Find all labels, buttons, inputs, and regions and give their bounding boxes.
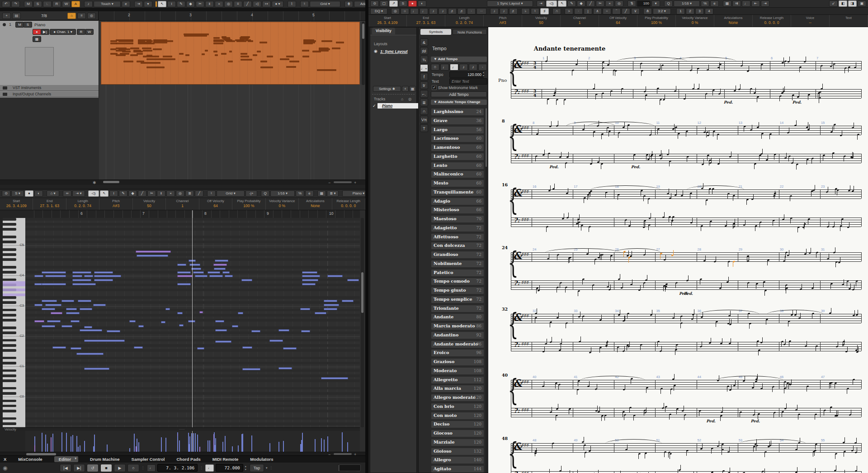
range-tool-editor[interactable]: I	[109, 190, 118, 197]
velocity-bar[interactable]	[188, 433, 189, 452]
velocity-bar[interactable]	[195, 433, 196, 452]
tempo-item-adagietto[interactable]: Adagietto72	[431, 224, 484, 232]
midi-note[interactable]	[94, 271, 113, 274]
tempo-item-marcia-moderato[interactable]: Marcia moderato86	[431, 322, 484, 330]
midi-note[interactable]	[76, 353, 104, 355]
velocity-bar[interactable]	[107, 445, 108, 452]
crossfade-icon[interactable]: ⌇	[288, 1, 296, 7]
curve-tool-editor[interactable]: ╱	[195, 190, 203, 197]
read-automation-button[interactable]: R	[52, 1, 61, 7]
autoscroll-options[interactable]: ▾	[144, 1, 152, 7]
tempo-item-con-moto[interactable]: Con moto120	[431, 412, 484, 420]
ornament-icon[interactable]: tr	[420, 81, 428, 89]
pressed-key[interactable]	[3, 289, 25, 291]
info-field-channel[interactable]: Channel1	[166, 198, 199, 210]
arrange-hscrollbar[interactable]: ✱ − +	[0, 180, 365, 185]
quantize-setup[interactable]: e	[305, 190, 314, 197]
velocity-bar[interactable]	[197, 435, 198, 452]
midi-note[interactable]	[42, 325, 55, 327]
display-quantize-button[interactable]: DQ ▾	[370, 8, 387, 14]
stop-button[interactable]: ■	[100, 464, 112, 472]
midi-note[interactable]	[269, 340, 283, 342]
select-tool-score[interactable]: ↖	[558, 0, 566, 7]
record-button[interactable]: ○	[127, 464, 139, 472]
tempo-dot-button[interactable]: ·	[478, 64, 487, 71]
tempo-item-eroico[interactable]: Eroico96	[431, 349, 484, 357]
info-field-velocity-variance[interactable]: Velocity Variance0 %	[676, 15, 714, 27]
layout-select[interactable]: 1 Sync Layout ▾	[487, 0, 533, 7]
velocity-bar[interactable]	[161, 437, 162, 452]
midi-note[interactable]	[84, 326, 92, 328]
midi-note[interactable]	[177, 275, 193, 277]
right-zone-score[interactable]: ◨	[848, 0, 857, 7]
midi-note[interactable]	[222, 271, 230, 274]
tempo-item-allegro[interactable]: Allegro140	[431, 456, 484, 464]
midi-note[interactable]	[177, 264, 186, 266]
velocity-bar[interactable]	[72, 439, 73, 452]
tempo-value-stepper[interactable]: ▴▾	[483, 71, 484, 77]
info-field-start[interactable]: Start26. 3. 4.109	[0, 198, 33, 210]
track-edit-button[interactable]: ▦	[33, 36, 41, 42]
white-key-c[interactable]: C4	[3, 274, 25, 276]
scroll-gear-icon[interactable]: ✱	[93, 180, 96, 185]
info-field-velocity[interactable]: Velocity50	[133, 198, 166, 210]
tempo-item-alla-marcia[interactable]: Alla marcia120	[431, 385, 484, 393]
velocity-bar[interactable]	[238, 445, 239, 452]
black-key[interactable]	[3, 387, 16, 390]
black-key[interactable]	[3, 228, 16, 231]
note-32nd-button[interactable]: ♬	[448, 8, 457, 14]
edit-channel-button[interactable]: e	[122, 1, 130, 7]
midi-note[interactable]	[321, 377, 348, 379]
track-visible-check[interactable]: ✓	[373, 104, 376, 108]
midi-note[interactable]	[302, 271, 317, 274]
tab-chord-pads[interactable]: Chord Pads	[176, 457, 200, 462]
range-selection-tool[interactable]: I	[167, 1, 176, 7]
midi-note[interactable]	[232, 325, 238, 327]
velocity-bar[interactable]	[242, 434, 243, 452]
note-half-button[interactable]: ♩	[410, 8, 419, 14]
down-bow-button[interactable]: ∨	[631, 8, 640, 14]
automation-panel-button[interactable]: A	[71, 1, 80, 7]
info-field-off-velocity[interactable]: Off Velocity64	[599, 15, 637, 27]
tab-visibility[interactable]: Visibility	[372, 28, 395, 34]
tempo-item-gioioso[interactable]: Gioioso132	[431, 448, 484, 455]
dynamics-icon[interactable]: f	[420, 73, 428, 80]
redo-button[interactable]: ↷	[11, 1, 20, 7]
velocity-bar[interactable]	[278, 442, 279, 452]
midi-note[interactable]	[177, 312, 183, 314]
midi-note[interactable]	[52, 346, 66, 349]
velocity-bar[interactable]	[76, 436, 77, 452]
tab-mixconsole[interactable]: MixConsole	[18, 457, 42, 462]
arrange-vscrollbar[interactable]	[362, 22, 365, 85]
staccatissimo-button[interactable]: |	[584, 8, 592, 14]
object-selection-tool[interactable]: ↖	[158, 1, 166, 7]
tempo-item-con-dolcezza[interactable]: Con dolcezza72	[431, 242, 484, 250]
info-field-text[interactable]: Text	[830, 15, 868, 27]
autoscroll-editor[interactable]: ⇥ ▾	[72, 190, 85, 197]
midi-note[interactable]	[84, 368, 109, 370]
erase-tool-score[interactable]: ◆	[577, 0, 585, 7]
velocity-bar[interactable]	[321, 438, 322, 452]
velocity-bar[interactable]	[177, 435, 178, 452]
tab-symbols[interactable]: Symbols	[420, 29, 451, 35]
solo-editor-button[interactable]: S ▾	[11, 190, 24, 197]
flat-button[interactable]: ♭	[521, 8, 530, 14]
tuplet-value[interactable]: 3:2 ▾	[653, 8, 671, 14]
info-field-length[interactable]: Length0. 2. 0. 74	[66, 198, 99, 210]
tempo-16th-button[interactable]: ♪	[469, 64, 477, 71]
tuplet-score[interactable]: %	[701, 0, 709, 7]
tracks-find-icon[interactable]: ◎	[408, 97, 411, 101]
independent-loop-button[interactable]: ∞	[63, 190, 71, 197]
voice-1-button[interactable]: 1	[676, 8, 685, 14]
tempo-item-tranquillamente[interactable]: Tranquillamente60	[431, 189, 484, 196]
clef-icon[interactable]: &	[420, 38, 428, 46]
note-eighth-button[interactable]: ♪	[429, 8, 438, 14]
tempo-item-lento[interactable]: Lento60	[431, 162, 484, 170]
velocity-bar[interactable]	[232, 446, 233, 452]
midi-note[interactable]	[283, 347, 297, 350]
midi-note[interactable]	[195, 275, 208, 277]
automation-mode-select[interactable]: Touch ▾	[94, 1, 121, 7]
tempo-item-malinconico[interactable]: Malinconico60	[431, 170, 484, 178]
midi-note[interactable]	[42, 308, 55, 310]
note-breve-button[interactable]: ◎	[391, 8, 400, 14]
